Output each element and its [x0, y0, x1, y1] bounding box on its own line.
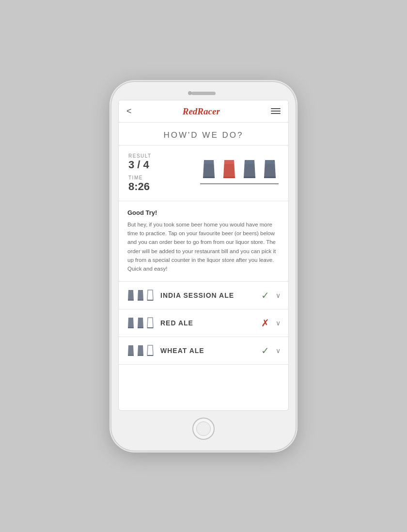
- logo-racer: Racer: [197, 106, 219, 116]
- message-body: But hey, if you took some beer home you …: [127, 220, 280, 274]
- beer-item-glasses-1: [126, 289, 155, 302]
- result-value: 3 / 4: [128, 159, 152, 171]
- glass-3: [241, 158, 258, 180]
- phone-frame: < RedRacer HOW'D WE DO? RESULT 3 / 4 TIM…: [111, 82, 296, 451]
- menu-line-1: [271, 108, 281, 109]
- camera-dot: [188, 91, 192, 95]
- time-label: TIME: [128, 175, 152, 180]
- small-glass-2c: [146, 317, 155, 329]
- beer-name-1: INDIA SESSION ALE: [160, 291, 258, 299]
- beer-name-2: RED ALE: [160, 319, 258, 327]
- speaker: [191, 92, 216, 95]
- expand-button-2[interactable]: ∨: [276, 319, 281, 327]
- beer-item-glasses-2: [126, 317, 155, 329]
- phone-bottom-bar: [192, 411, 215, 444]
- glasses-row: [200, 158, 279, 182]
- glass-2-red: [220, 158, 238, 180]
- result-label: RESULT: [128, 153, 152, 159]
- time-value: 8:26: [128, 180, 152, 193]
- expand-button-1[interactable]: ∨: [276, 291, 281, 299]
- result-section: RESULT 3 / 4 TIME 8:26: [119, 145, 288, 201]
- result-info: RESULT 3 / 4 TIME 8:26: [128, 153, 152, 193]
- menu-line-3: [271, 113, 281, 114]
- page-title: HOW'D WE DO?: [119, 123, 288, 145]
- glass-1: [200, 158, 218, 180]
- expand-button-3[interactable]: ∨: [276, 347, 281, 355]
- beer-name-3: WHEAT ALE: [160, 347, 258, 355]
- beer-item-wheat-ale[interactable]: WHEAT ALE ✓ ∨: [119, 337, 288, 365]
- message-title: Good Try!: [127, 209, 280, 216]
- small-glass-2a: [126, 317, 135, 329]
- phone-screen: < RedRacer HOW'D WE DO? RESULT 3 / 4 TIM…: [118, 100, 289, 411]
- cross-icon-2: ✗: [261, 317, 269, 329]
- small-glass-3b: [136, 344, 145, 357]
- checkmark-icon-1: ✓: [261, 290, 269, 301]
- menu-button[interactable]: [271, 108, 281, 114]
- small-glass-1c: [146, 289, 155, 302]
- message-section: Good Try! But hey, if you took some beer…: [119, 201, 288, 282]
- logo-red: Red: [183, 106, 198, 116]
- glass-4: [261, 158, 279, 180]
- home-button-inner: [196, 421, 211, 436]
- check-correct-3: ✓: [258, 344, 272, 357]
- small-glass-3c: [146, 344, 155, 357]
- small-glass-2b: [136, 317, 145, 329]
- beer-item-red-ale[interactable]: RED ALE ✗ ∨: [119, 309, 288, 337]
- check-correct-1: ✓: [258, 289, 272, 302]
- glasses-visualization: [200, 158, 279, 188]
- app-logo: RedRacer: [183, 107, 220, 116]
- small-glass-3a: [126, 344, 135, 357]
- app-header: < RedRacer: [119, 100, 288, 123]
- menu-line-2: [271, 111, 281, 112]
- phone-top-bar: [118, 89, 289, 100]
- beer-item-glasses-3: [126, 344, 155, 357]
- check-wrong-2: ✗: [258, 316, 272, 330]
- back-button[interactable]: <: [126, 106, 132, 116]
- glasses-baseline: [200, 183, 279, 184]
- small-glass-1b: [136, 289, 145, 302]
- checkmark-icon-3: ✓: [261, 345, 269, 356]
- beer-item-india-session-ale[interactable]: INDIA SESSION ALE ✓ ∨: [119, 282, 288, 309]
- small-glass-1a: [126, 289, 135, 302]
- beer-list: INDIA SESSION ALE ✓ ∨: [119, 282, 288, 365]
- home-button[interactable]: [192, 418, 215, 440]
